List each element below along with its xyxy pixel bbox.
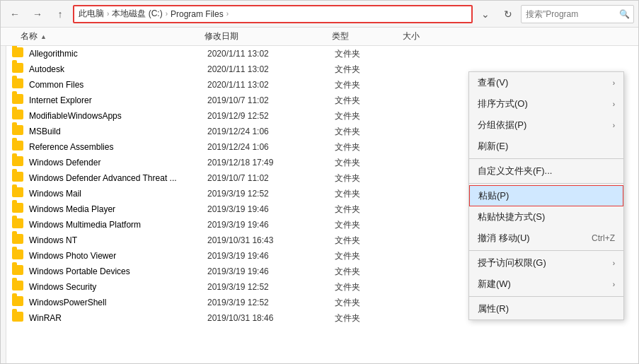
file-name: MSBuild (29, 127, 207, 136)
file-date: 2019/3/19 19:46 (207, 251, 335, 261)
context-menu-item-label: 分组依据(P) (478, 119, 613, 131)
folder-icon (12, 265, 25, 278)
file-date: 2020/1/11 13:02 (207, 49, 335, 59)
file-date: 2019/10/7 11:02 (207, 173, 335, 183)
col-header-date[interactable]: 修改日期 (205, 30, 332, 42)
folder-icon (12, 78, 25, 91)
back-button[interactable]: ← (5, 4, 25, 24)
file-name: Windows Security (29, 282, 207, 292)
context-menu-item[interactable]: 撤消 移动(U)Ctrl+Z (469, 228, 623, 249)
folder-icon (12, 172, 25, 184)
breadcrumb-sep2: › (166, 10, 168, 18)
context-menu: 查看(V)›排序方式(O)›分组依据(P)›刷新(E)自定义文件夹(F)...粘… (468, 71, 624, 320)
context-menu-arrow: › (613, 281, 615, 288)
context-menu-item[interactable]: 属性(R) (469, 298, 623, 319)
file-type: 文件夹 (335, 266, 405, 278)
file-name: Windows NT (29, 235, 207, 245)
context-menu-item-label: 新建(W) (478, 278, 613, 290)
folder-icon (12, 187, 25, 200)
context-menu-item[interactable]: 粘贴(P) (469, 185, 623, 206)
context-menu-item[interactable]: 粘贴快捷方式(S) (469, 206, 623, 228)
col-header-size[interactable]: 大小 (403, 30, 459, 42)
context-menu-item-label: 刷新(E) (478, 140, 615, 153)
context-menu-separator (469, 250, 623, 251)
forward-button[interactable]: → (28, 4, 47, 24)
context-menu-item-label: 查看(V) (478, 76, 613, 89)
toolbar: ← → ↑ 此电脑 › 本地磁盘 (C:) › Program Files › … (1, 1, 638, 28)
context-menu-item-label: 粘贴快捷方式(S) (478, 211, 615, 223)
context-menu-item-label: 授予访问权限(G) (478, 257, 613, 269)
file-row[interactable]: Allegorithmic2020/1/11 13:02文件夹 (6, 46, 638, 61)
context-menu-separator (469, 183, 623, 184)
context-menu-item[interactable]: 刷新(E) (469, 136, 623, 157)
file-date: 2019/10/7 11:02 (207, 95, 335, 105)
column-headers: 名称 ▲ 修改日期 类型 大小 (1, 28, 638, 46)
file-type: 文件夹 (335, 219, 405, 231)
context-menu-item[interactable]: 自定义文件夹(F)... (469, 160, 623, 182)
file-name: Common Files (29, 80, 207, 90)
file-name: Internet Explorer (29, 95, 207, 105)
col-header-name[interactable]: 名称 ▲ (21, 30, 205, 42)
context-menu-item[interactable]: 授予访问权限(G)› (469, 252, 623, 274)
file-type: 文件夹 (335, 297, 405, 309)
file-name: Windows Media Player (29, 204, 207, 214)
context-menu-arrow: › (613, 259, 615, 267)
folder-icon (12, 94, 25, 107)
file-name: WindowsPowerShell (29, 298, 207, 307)
file-date: 2019/3/19 19:46 (207, 204, 335, 214)
file-name: Windows Defender Advanced Threat ... (29, 173, 207, 183)
file-type: 文件夹 (335, 188, 405, 200)
context-menu-item-label: 自定义文件夹(F)... (478, 165, 615, 177)
file-name: Autodesk (29, 64, 207, 74)
left-sidebar-strip (1, 46, 6, 363)
folder-icon (12, 218, 25, 231)
folder-icon (12, 47, 25, 60)
col-header-type[interactable]: 类型 (332, 30, 403, 42)
context-menu-item[interactable]: 排序方式(O)› (469, 93, 623, 115)
file-explorer-window: ← → ↑ 此电脑 › 本地磁盘 (C:) › Program Files › … (0, 0, 639, 364)
context-menu-separator (469, 296, 623, 297)
breadcrumb-computer: 此电脑 (79, 8, 104, 20)
context-menu-item-label: 属性(R) (478, 303, 615, 315)
file-date: 2019/12/24 1:06 (207, 127, 335, 136)
breadcrumb-sep1: › (107, 10, 109, 18)
file-date: 2019/12/24 1:06 (207, 142, 335, 152)
context-menu-item-label: 排序方式(O) (478, 98, 613, 110)
file-type: 文件夹 (335, 281, 405, 293)
folder-icon (12, 110, 25, 122)
file-name: Windows Defender (29, 158, 207, 168)
search-input[interactable] (521, 5, 634, 23)
context-menu-separator (469, 158, 623, 159)
folder-icon (12, 156, 25, 169)
context-menu-item[interactable]: 新建(W)› (469, 274, 623, 295)
file-type: 文件夹 (335, 312, 405, 324)
folder-icon (12, 296, 25, 309)
file-type: 文件夹 (335, 172, 405, 184)
file-date: 2019/3/19 19:46 (207, 266, 335, 276)
file-date: 2019/12/9 12:52 (207, 111, 335, 121)
breadcrumb-folder: Program Files (171, 9, 224, 19)
context-menu-item[interactable]: 分组依据(P)› (469, 115, 623, 136)
file-name: Allegorithmic (29, 49, 207, 59)
folder-icon (12, 203, 25, 216)
dropdown-button[interactable]: ⌄ (476, 4, 495, 24)
file-type: 文件夹 (335, 126, 405, 138)
address-bar[interactable]: 此电脑 › 本地磁盘 (C:) › Program Files › (73, 5, 473, 23)
file-name: Windows Mail (29, 189, 207, 199)
file-type: 文件夹 (335, 64, 405, 76)
folder-icon (12, 141, 25, 153)
folder-icon (12, 234, 25, 247)
file-date: 2019/3/19 12:52 (207, 189, 335, 199)
file-date: 2019/3/19 19:46 (207, 220, 335, 230)
up-button[interactable]: ↑ (50, 4, 70, 24)
file-type: 文件夹 (335, 250, 405, 262)
file-type: 文件夹 (335, 204, 405, 216)
file-type: 文件夹 (335, 95, 405, 107)
context-menu-item[interactable]: 查看(V)› (469, 72, 623, 93)
context-menu-item-label: 粘贴(P) (478, 189, 614, 202)
refresh-button[interactable]: ↻ (498, 4, 518, 24)
breadcrumb-disk: 本地磁盘 (C:) (112, 8, 162, 20)
file-name: Windows Portable Devices (29, 266, 207, 276)
folder-icon (12, 125, 25, 138)
search-wrapper: 🔍 (521, 5, 634, 23)
